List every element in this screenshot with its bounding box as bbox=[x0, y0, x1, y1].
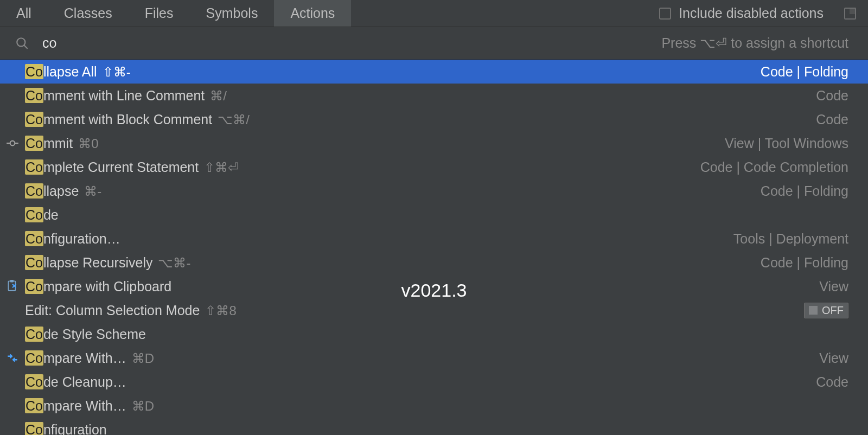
svg-point-2 bbox=[17, 38, 25, 46]
action-category: Tools | Deployment bbox=[733, 231, 848, 247]
shortcut-label: ⌘D bbox=[132, 351, 154, 366]
tab-files[interactable]: Files bbox=[129, 0, 190, 27]
toggle-off[interactable]: OFF bbox=[804, 303, 848, 318]
shortcut-label: ⌘/ bbox=[210, 88, 227, 104]
svg-rect-1 bbox=[850, 8, 856, 14]
shortcut-label: ⇧⌘- bbox=[103, 65, 131, 80]
action-name: Collapse bbox=[25, 183, 79, 199]
search-input[interactable] bbox=[29, 35, 661, 51]
action-category: Code bbox=[816, 88, 848, 104]
shortcut-label: ⌘0 bbox=[78, 136, 98, 151]
shortcut-label: ⌘D bbox=[132, 399, 154, 414]
result-row[interactable]: Code Style Scheme bbox=[0, 322, 868, 346]
shortcut-hint: Press ⌥⏎ to assign a shortcut bbox=[661, 35, 848, 51]
action-name: Comment with Block Comment bbox=[25, 112, 212, 127]
result-row[interactable]: Configuration bbox=[0, 418, 868, 435]
action-name: Edit: Column Selection Mode bbox=[25, 303, 200, 318]
action-category: View | Tool Windows bbox=[725, 136, 848, 151]
result-row[interactable]: Comment with Line Comment⌘/Code bbox=[0, 84, 868, 107]
action-name: Code bbox=[25, 207, 59, 223]
result-row[interactable]: Collapse Recursively⌥⌘-Code | Folding bbox=[0, 251, 868, 274]
tab-symbols[interactable]: Symbols bbox=[190, 0, 275, 27]
include-disabled-actions[interactable]: Include disabled actions bbox=[659, 0, 868, 27]
search-everywhere-tabs: All Classes Files Symbols Actions Includ… bbox=[0, 0, 868, 27]
svg-point-4 bbox=[10, 141, 15, 146]
result-row[interactable]: Code bbox=[0, 203, 868, 227]
result-row[interactable]: Commit⌘0View | Tool Windows bbox=[0, 131, 868, 155]
shortcut-label: ⌘- bbox=[84, 184, 101, 199]
compare-icon bbox=[4, 350, 21, 366]
action-name: Code Style Scheme bbox=[25, 327, 146, 342]
svg-rect-8 bbox=[10, 280, 14, 282]
action-category: Code | Folding bbox=[761, 255, 848, 271]
action-name: Compare with Clipboard bbox=[25, 279, 171, 295]
result-row[interactable]: Compare with ClipboardView bbox=[0, 274, 868, 298]
action-name: Comment with Line Comment bbox=[25, 88, 205, 104]
search-icon bbox=[15, 36, 29, 50]
shortcut-label: ⌥⌘/ bbox=[218, 112, 250, 127]
result-row[interactable]: Compare With…⌘D bbox=[0, 394, 868, 418]
tab-classes[interactable]: Classes bbox=[48, 0, 129, 27]
result-row[interactable]: Comment with Block Comment⌥⌘/Code bbox=[0, 107, 868, 131]
action-name: Complete Current Statement bbox=[25, 159, 199, 175]
result-row[interactable]: Collapse⌘-Code | Folding bbox=[0, 179, 868, 203]
result-row[interactable]: Collapse All⇧⌘-Code | Folding bbox=[0, 60, 868, 84]
action-category: Code | Folding bbox=[761, 64, 848, 80]
result-row[interactable]: Edit: Column Selection Mode⇧⌘8OFF bbox=[0, 298, 868, 322]
action-category: Code | Code Completion bbox=[700, 159, 848, 175]
include-disabled-label: Include disabled actions bbox=[679, 5, 824, 21]
action-name: Code Cleanup… bbox=[25, 374, 126, 390]
checkbox-icon[interactable] bbox=[659, 8, 671, 20]
search-row: Press ⌥⏎ to assign a shortcut bbox=[0, 27, 868, 60]
action-name: Collapse All bbox=[25, 64, 97, 80]
action-category: Code bbox=[816, 112, 848, 127]
svg-line-3 bbox=[24, 45, 28, 49]
action-name: Commit bbox=[25, 136, 73, 151]
tab-all[interactable]: All bbox=[0, 0, 48, 27]
pin-icon[interactable] bbox=[842, 5, 858, 22]
results-list: v2021.3 Collapse All⇧⌘-Code | FoldingCom… bbox=[0, 60, 868, 435]
action-name: Collapse Recursively bbox=[25, 255, 152, 271]
action-name: Configuration… bbox=[25, 231, 120, 247]
result-row[interactable]: Complete Current Statement⇧⌘⏎Code | Code… bbox=[0, 155, 868, 179]
clipboard-compare-icon bbox=[4, 278, 21, 295]
action-category: View bbox=[819, 350, 848, 366]
action-category: View bbox=[819, 279, 848, 295]
result-row[interactable]: Code Cleanup…Code bbox=[0, 370, 868, 394]
shortcut-label: ⇧⌘8 bbox=[205, 303, 236, 318]
result-row[interactable]: Compare With…⌘DView bbox=[0, 346, 868, 370]
shortcut-label: ⌥⌘- bbox=[158, 255, 190, 271]
action-category: Code bbox=[816, 374, 848, 390]
shortcut-label: ⇧⌘⏎ bbox=[204, 160, 239, 175]
action-name: Compare With… bbox=[25, 398, 126, 414]
result-row[interactable]: Configuration…Tools | Deployment bbox=[0, 227, 868, 251]
action-name: Compare With… bbox=[25, 350, 126, 366]
commit-icon bbox=[4, 135, 21, 151]
action-category: Code | Folding bbox=[761, 183, 848, 199]
action-name: Configuration bbox=[25, 422, 107, 436]
tab-actions[interactable]: Actions bbox=[274, 0, 351, 27]
